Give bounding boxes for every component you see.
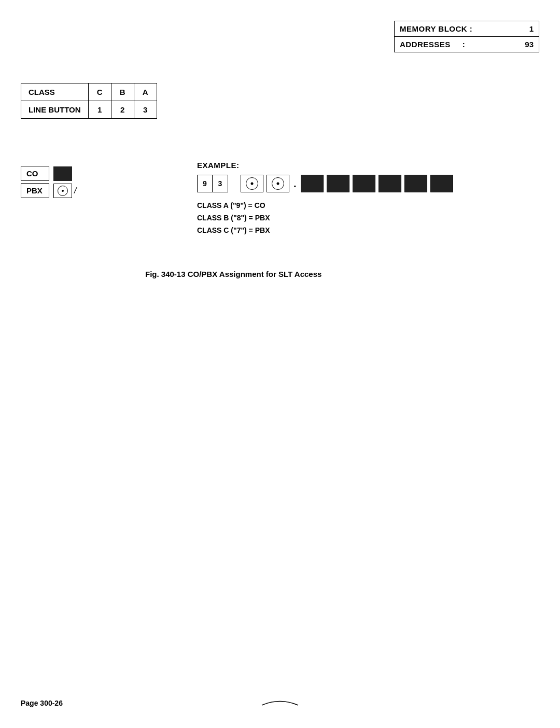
class-b-info: CLASS B ("8") = PBX bbox=[197, 212, 453, 225]
class-label: CLASS bbox=[21, 83, 89, 101]
memory-block-value: 1 bbox=[529, 24, 534, 33]
digit-9: 9 bbox=[198, 175, 213, 192]
example-row: 9 3 . bbox=[197, 175, 453, 192]
filled-button-4 bbox=[379, 175, 401, 192]
memory-block-label: MEMORY BLOCK : bbox=[400, 24, 529, 33]
digit-inner: 9 3 bbox=[198, 175, 228, 192]
page-number: Page 300-26 bbox=[21, 699, 63, 707]
class-c: C bbox=[88, 83, 111, 101]
co-label: CO bbox=[21, 166, 49, 181]
addresses-label: ADDRESSES bbox=[400, 40, 458, 49]
memory-block-row: MEMORY BLOCK : 1 bbox=[395, 21, 539, 37]
dot-separator: . bbox=[293, 178, 297, 190]
info-block: MEMORY BLOCK : 1 ADDRESSES : 93 bbox=[394, 21, 539, 52]
pbx-slash: / bbox=[74, 186, 76, 195]
circle-button-2 bbox=[267, 175, 289, 192]
filled-button-5 bbox=[404, 175, 427, 192]
digit-box-93: 9 3 bbox=[197, 175, 228, 192]
example-label: EXAMPLE: bbox=[197, 161, 453, 170]
button-1: 1 bbox=[88, 101, 111, 119]
table-row-header: CLASS C B A bbox=[21, 83, 157, 101]
pbx-indicator-circle bbox=[53, 184, 72, 198]
filled-button-6 bbox=[430, 175, 453, 192]
addresses-colon: : bbox=[463, 40, 521, 49]
pbx-row: PBX / bbox=[21, 183, 76, 198]
class-b: B bbox=[111, 83, 134, 101]
button-3: 3 bbox=[134, 101, 157, 119]
addresses-value: 93 bbox=[525, 40, 534, 49]
class-info-block: CLASS A ("9") = CO CLASS B ("8") = PBX C… bbox=[197, 200, 453, 236]
curve-icon bbox=[259, 697, 301, 708]
class-a-info: CLASS A ("9") = CO bbox=[197, 200, 453, 212]
example-section: EXAMPLE: 9 3 . CLASS A ("9") = CO CLASS … bbox=[197, 161, 453, 236]
figure-caption: Fig. 340-13 CO/PBX Assignment for SLT Ac… bbox=[145, 270, 321, 278]
table-row-line-button: LINE BUTTON 1 2 3 bbox=[21, 101, 157, 119]
filled-button-3 bbox=[353, 175, 375, 192]
co-pbx-section: CO PBX / bbox=[21, 166, 76, 200]
bottom-curve bbox=[259, 697, 301, 710]
digit-3: 3 bbox=[213, 175, 228, 192]
button-2: 2 bbox=[111, 101, 134, 119]
pbx-label: PBX bbox=[21, 183, 49, 198]
filled-button-2 bbox=[327, 175, 349, 192]
addresses-row: ADDRESSES : 93 bbox=[395, 37, 539, 52]
filled-button-1 bbox=[301, 175, 324, 192]
circle-button-1 bbox=[241, 175, 263, 192]
co-row: CO bbox=[21, 166, 76, 181]
class-a: A bbox=[134, 83, 157, 101]
line-button-label: LINE BUTTON bbox=[21, 101, 89, 119]
class-line-button-table: CLASS C B A LINE BUTTON 1 2 3 bbox=[21, 83, 157, 119]
co-indicator-filled bbox=[53, 166, 72, 181]
class-c-info: CLASS C ("7") = PBX bbox=[197, 225, 453, 237]
